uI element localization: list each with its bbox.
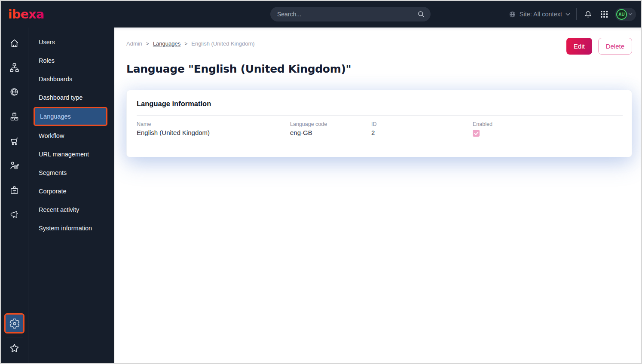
bell-icon <box>584 10 593 19</box>
field-value: English (United Kingdom) <box>137 129 290 136</box>
sidebar-item-languages[interactable]: Languages <box>34 107 107 126</box>
sidebar-item-corporate[interactable]: Corporate <box>28 182 114 200</box>
gear-icon <box>9 318 20 329</box>
sidebar-item-segments[interactable]: Segments <box>28 163 114 182</box>
field-label: Enabled <box>473 121 622 127</box>
card-heading: Language information <box>127 90 632 108</box>
site-globe-icon <box>9 87 20 98</box>
site-context-label: Site: All context <box>520 11 562 18</box>
sidebar-item-roles[interactable]: Roles <box>28 51 114 70</box>
ibexa-logo[interactable]: ibexa <box>8 7 44 21</box>
sidebar-item-content-tree[interactable] <box>1 55 28 80</box>
topbar-divider <box>576 8 577 20</box>
badge-icon <box>9 185 20 196</box>
notifications-button[interactable] <box>583 9 593 20</box>
grid-icon <box>600 10 608 18</box>
enabled-checkbox <box>473 130 480 137</box>
user-avatar: AU <box>616 9 627 20</box>
user-menu[interactable]: AU <box>615 8 636 21</box>
field-value: eng-GB <box>290 129 371 136</box>
field-label: Name <box>137 121 290 127</box>
breadcrumb-item-admin: Admin <box>126 40 142 47</box>
site-context-switcher[interactable]: Site: All context <box>509 11 570 18</box>
chevron-down-icon <box>566 13 570 16</box>
language-information-card: Language information Name English (Unite… <box>126 90 632 157</box>
sidebar-item-url-management[interactable]: URL management <box>28 145 114 163</box>
content-tree-icon <box>9 62 20 73</box>
home-icon <box>9 38 20 49</box>
icon-rail <box>1 28 28 363</box>
search-icon[interactable] <box>417 10 425 18</box>
sidebar-item-commerce[interactable] <box>1 129 28 153</box>
topbar-right-controls: Site: All context <box>509 1 636 28</box>
field-value: 2 <box>371 129 473 136</box>
field-id: ID 2 <box>371 121 473 137</box>
breadcrumb: Admin > Languages > English (United King… <box>126 40 255 47</box>
chevron-down-icon <box>628 13 633 15</box>
checkmark-icon <box>474 132 479 135</box>
field-language-code: Language code eng-GB <box>290 121 371 137</box>
person-target-icon <box>9 160 20 171</box>
globe-icon <box>509 11 516 18</box>
field-label: Language code <box>290 121 371 127</box>
breadcrumb-item-languages[interactable]: Languages <box>153 40 180 47</box>
top-bar: ibexa Site: All context <box>1 1 641 28</box>
sidebar-item-product-catalog[interactable] <box>1 104 28 129</box>
rail-divider <box>6 337 23 337</box>
boxes-icon <box>9 111 20 122</box>
sidebar-item-workflow[interactable]: Workflow <box>28 126 114 145</box>
megaphone-icon <box>9 209 20 220</box>
sidebar-item-settings[interactable] <box>4 313 24 333</box>
field-name: Name English (United Kingdom) <box>137 121 290 137</box>
breadcrumb-separator: > <box>146 41 149 47</box>
breadcrumb-item-current: English (United Kingdom) <box>191 40 254 47</box>
edit-button[interactable]: Edit <box>566 38 592 55</box>
sidebar-item-home[interactable] <box>1 31 28 55</box>
cart-icon <box>9 136 20 147</box>
icon-rail-bottom <box>1 313 28 358</box>
sidebar-item-dashboard-type[interactable]: Dashboard type <box>28 88 114 107</box>
language-fields: Name English (United Kingdom) Language c… <box>127 116 632 137</box>
breadcrumb-separator: > <box>184 41 187 47</box>
field-label: ID <box>371 121 473 127</box>
page-title: Language "English (United Kingdom)" <box>126 63 632 75</box>
sidebar-item-users[interactable]: Users <box>28 33 114 51</box>
sidebar-item-site[interactable] <box>1 80 28 104</box>
main-content: Admin > Languages > English (United King… <box>114 28 641 363</box>
sidebar-item-corporate[interactable] <box>1 178 28 202</box>
sidebar-item-personalization[interactable] <box>1 153 28 178</box>
global-search[interactable] <box>270 7 431 21</box>
admin-menu: Users Roles Dashboards Dashboard type La… <box>28 28 114 363</box>
sidebar-item-bookmarks[interactable] <box>1 338 28 358</box>
field-enabled: Enabled <box>473 121 622 137</box>
app-grid-button[interactable] <box>599 9 609 19</box>
page-actions: Edit Delete <box>566 38 632 55</box>
sidebar-item-campaign[interactable] <box>1 202 28 227</box>
search-input[interactable] <box>277 11 417 18</box>
star-icon <box>9 343 20 354</box>
sidebar-item-dashboards[interactable]: Dashboards <box>28 70 114 88</box>
sidebar-item-system-information[interactable]: System information <box>28 219 114 237</box>
delete-button[interactable]: Delete <box>598 38 632 55</box>
sidebar-item-recent-activity[interactable]: Recent activity <box>28 200 114 219</box>
app-window: ibexa Site: All context <box>0 0 642 364</box>
